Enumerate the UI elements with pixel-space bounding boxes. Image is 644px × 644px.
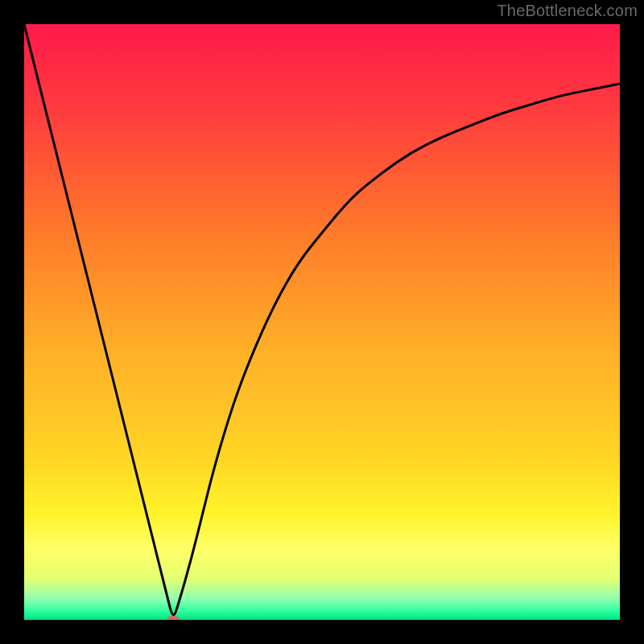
watermark-text: TheBottleneck.com bbox=[497, 2, 638, 20]
chart-canvas bbox=[24, 24, 620, 620]
chart-frame: TheBottleneck.com bbox=[0, 0, 644, 644]
plot-area bbox=[24, 24, 620, 620]
